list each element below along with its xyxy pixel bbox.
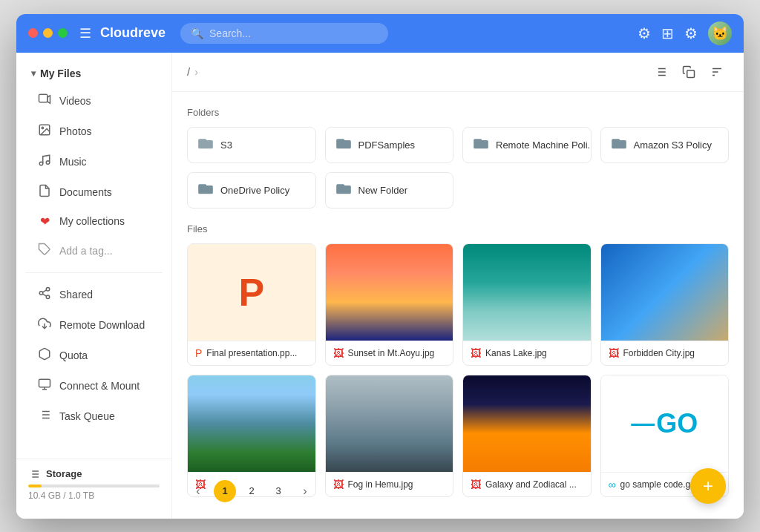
sidebar-item-label: Documents (59, 186, 112, 198)
folder-icon (198, 182, 213, 199)
next-page-btn[interactable]: › (294, 480, 316, 502)
file-card-hemu[interactable]: 🖼 Fog in Hemu.jpg (325, 375, 454, 497)
file-info-kanas: 🖼 Kanas Lake.jpg (463, 341, 591, 365)
sidebar-item-remote-download[interactable]: Remote Download (25, 310, 163, 340)
page-2-btn[interactable]: 2 (240, 480, 263, 502)
titlebar-actions: ⚙ ⊞ ⚙ 🐱 (638, 22, 732, 45)
file-card-kanas[interactable]: 🖼 Kanas Lake.jpg (462, 243, 592, 366)
content-toolbar: / › (172, 53, 744, 92)
img-icon: 🖼 (333, 347, 344, 359)
go-icon: ∞ (609, 479, 616, 490)
folder-remote-machine[interactable]: Remote Machine Poli... (462, 127, 592, 163)
share-icon (37, 286, 52, 303)
other-section: Shared Remote Download Quota (16, 279, 171, 432)
settings-icon[interactable]: ⚙ (684, 24, 698, 42)
content-wrapper: / › Folders (172, 53, 744, 519)
search-input[interactable] (209, 27, 378, 39)
breadcrumb-root[interactable]: / (187, 65, 190, 78)
img-icon: 🖼 (471, 479, 481, 490)
my-files-header[interactable]: ▾ My Files (22, 62, 166, 85)
folder-amazon-s3[interactable]: Amazon S3 Policy (600, 127, 730, 163)
folder-icon (612, 137, 626, 154)
traffic-lights (28, 28, 68, 38)
sidebar-item-label: Photos (59, 125, 92, 137)
storage-fill (28, 485, 42, 487)
sidebar-divider (25, 272, 163, 273)
sidebar-item-videos[interactable]: Videos (25, 86, 163, 116)
file-card-galaxy[interactable]: 🖼 Galaxy and Zodiacal ... (462, 375, 592, 497)
copy-btn[interactable] (677, 60, 701, 84)
sidebar-item-quota[interactable]: Quota (25, 341, 163, 370)
folder-s3[interactable]: S3 (187, 127, 316, 163)
add-fab[interactable]: + (690, 468, 726, 504)
page-1-btn[interactable]: 1 (214, 480, 236, 502)
folder-onedrive[interactable]: OneDrive Policy (187, 172, 316, 208)
hamburger-menu-icon[interactable]: ☰ (79, 25, 91, 42)
grid-view-icon[interactable]: ⊞ (661, 24, 674, 42)
main-area: ▾ My Files Videos Photos (16, 53, 744, 519)
videos-icon (37, 93, 52, 109)
list-view-btn[interactable] (649, 60, 672, 84)
sidebar-item-label: Connect & Mount (59, 380, 140, 392)
file-card-ppt[interactable]: P P Final presentation.pp... (187, 243, 316, 366)
sidebar-item-connect-mount[interactable]: Connect & Mount (25, 371, 163, 401)
storage-bar (28, 485, 160, 487)
folder-icon (336, 182, 351, 199)
file-thumbnail-go: —GO (601, 375, 729, 472)
sidebar-item-shared[interactable]: Shared (25, 280, 163, 309)
file-card-sunset[interactable]: 🖼 Sunset in Mt.Aoyu.jpg (325, 243, 454, 366)
svg-point-9 (46, 295, 50, 299)
page-3-btn[interactable]: 3 (267, 480, 289, 502)
file-info-hemu: 🖼 Fog in Hemu.jpg (326, 472, 453, 496)
sidebar-item-label: Add a tag... (59, 245, 113, 257)
sidebar-item-label: Remote Download (59, 319, 145, 331)
file-name: Kanas Lake.jpg (485, 348, 547, 358)
img-icon: 🖼 (471, 347, 481, 359)
monitor-icon (37, 378, 52, 394)
folder-new[interactable]: New Folder (325, 172, 454, 208)
avatar[interactable]: 🐱 (708, 22, 732, 45)
folders-label: Folders (187, 107, 729, 118)
sidebar-item-collections[interactable]: ❤ My collections (25, 208, 163, 235)
search-bar: 🔍 (180, 23, 388, 44)
tag-icon (37, 243, 52, 259)
maximize-button[interactable] (58, 28, 68, 38)
app-window: ☰ Cloudreve 🔍 ⚙ ⊞ ⚙ 🐱 ▾ My Files (16, 14, 744, 519)
sidebar-item-label: Music (59, 156, 87, 168)
file-info-ppt: P Final presentation.pp... (188, 341, 315, 365)
folder-name: S3 (220, 139, 232, 151)
folder-pdfsamples[interactable]: PDFSamples (325, 127, 454, 163)
music-icon (37, 154, 52, 170)
file-thumbnail-ppt: P (188, 244, 315, 341)
file-name: Final presentation.pp... (206, 348, 297, 358)
sidebar-item-label: Quota (59, 349, 88, 361)
sidebar-item-tag[interactable]: Add a tag... (25, 236, 163, 266)
minimize-button[interactable] (43, 28, 53, 38)
file-thumbnail-kanas (463, 244, 591, 341)
content-area: / › Folders (172, 53, 744, 519)
img-icon: 🖼 (609, 347, 619, 359)
content-scroll[interactable]: Folders S3 PDFSamples (172, 92, 744, 519)
sidebar-item-photos[interactable]: Photos (25, 116, 163, 146)
brightness-icon[interactable]: ⚙ (638, 24, 651, 42)
svg-rect-0 (39, 94, 48, 102)
file-card-forbidden[interactable]: 🖼 Forbidden City.jpg (600, 243, 730, 366)
img-icon: 🖼 (333, 479, 344, 490)
files-grid: P P Final presentation.pp... (187, 243, 729, 497)
sidebar-item-label: Videos (59, 95, 91, 107)
sidebar-item-music[interactable]: Music (25, 147, 163, 177)
storage-section: Storage 10.4 GB / 1.0 TB (16, 459, 171, 510)
sidebar-item-task-queue[interactable]: Task Queue (25, 401, 163, 431)
close-button[interactable] (28, 28, 38, 38)
sort-btn[interactable] (705, 60, 729, 84)
prev-page-btn[interactable]: ‹ (187, 480, 209, 502)
folder-name: Remote Machine Poli... (496, 139, 592, 151)
storage-text: 10.4 GB / 1.0 TB (28, 490, 160, 501)
sidebar-item-documents[interactable]: Documents (25, 177, 163, 207)
svg-marker-1 (48, 95, 50, 103)
sidebar-item-label: Shared (59, 289, 93, 301)
svg-line-11 (42, 289, 46, 292)
svg-point-3 (42, 127, 43, 128)
file-thumbnail-forbidden (601, 244, 729, 341)
file-info-galaxy: 🖼 Galaxy and Zodiacal ... (463, 472, 591, 496)
